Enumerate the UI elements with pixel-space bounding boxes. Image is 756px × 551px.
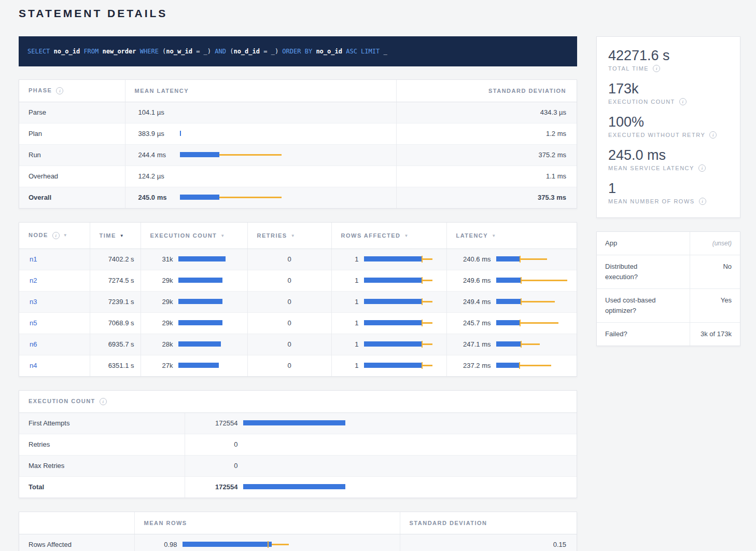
stat-mean-service-latency: 245.0 ms MEAN SERVICE LATENCYi — [608, 147, 729, 172]
node-row: n3 7239.1 s 29k 0 1 249.4 ms — [19, 291, 577, 312]
sort-arrow-icon[interactable]: ▼ — [404, 233, 409, 238]
std-dev-value: 1.1 ms — [396, 166, 577, 187]
mean-tick — [422, 277, 423, 284]
attribute-value: Yes — [690, 289, 740, 322]
rows-affected-header-row: MEAN ROWS STANDARD DEVIATION — [19, 512, 577, 534]
statement-attributes-panel: App (unset) Distributed execution? No Us… — [596, 231, 740, 346]
mean-tick — [268, 541, 269, 548]
node-latency-value: 245.7 ms — [457, 319, 491, 327]
page-title: STATEMENT DETAILS — [19, 7, 740, 20]
count-bar-chart — [243, 420, 573, 426]
info-icon[interactable]: i — [709, 131, 717, 139]
info-icon[interactable]: i — [56, 87, 63, 94]
main-column: SELECT no_o_id FROM new_order WHERE (no_… — [19, 36, 577, 551]
retries-column-header[interactable]: RETRIES▼ — [247, 223, 331, 249]
node-row: n5 7068.9 s 29k 0 1 245.7 ms — [19, 312, 577, 334]
node-link[interactable]: n2 — [30, 277, 37, 284]
sort-arrow-icon[interactable]: ▼ — [492, 233, 496, 238]
sort-arrow-icon[interactable]: ▼ — [291, 233, 296, 238]
node-link[interactable]: n1 — [30, 255, 37, 263]
node-statistics-table: NODEi▼ TIME▼ EXECUTION COUNT▼ RETRIES▼ R… — [19, 223, 577, 376]
latency-bar-chart — [496, 277, 573, 284]
mean-latency-value: 244.4 ms — [138, 151, 175, 159]
node-retries-value: 0 — [247, 312, 331, 334]
execution-count-column-header[interactable]: EXECUTION COUNT▼ — [141, 223, 247, 249]
mean-bar — [178, 341, 221, 347]
mean-bar — [364, 278, 422, 283]
node-column-header[interactable]: NODEi▼ — [19, 223, 90, 249]
phase-table: PHASEi MEAN LATENCY STANDARD DEVIATION P… — [19, 80, 577, 208]
node-header-row: NODEi▼ TIME▼ EXECUTION COUNT▼ RETRIES▼ R… — [19, 223, 577, 249]
sidebar: 42271.6 s TOTAL TIMEi 173k EXECUTION COU… — [596, 36, 740, 346]
node-link[interactable]: n4 — [30, 362, 37, 369]
node-rows-affected-value: 1 — [338, 319, 359, 327]
node-row: n1 7402.2 s 31k 0 1 240.6 ms — [19, 249, 577, 270]
time-header-label: TIME — [100, 232, 116, 239]
info-icon[interactable]: i — [679, 98, 687, 105]
phase-row-plan: Plan 383.9 µs 1.2 ms — [19, 123, 577, 144]
attribute-label: Distributed execution? — [597, 255, 690, 288]
mean-tick — [521, 341, 522, 348]
node-link[interactable]: n6 — [30, 340, 37, 348]
sort-arrow-icon[interactable]: ▼ — [63, 233, 68, 238]
execution-count-row: First Attempts 172554 — [19, 412, 577, 434]
phase-name: Overall — [19, 187, 125, 208]
execution-count-row-total: Total 172554 — [19, 476, 577, 498]
exec-count-bar-chart — [178, 320, 243, 326]
node-link[interactable]: n3 — [30, 298, 37, 306]
stat-execution-count: 173k EXECUTION COUNTi — [608, 80, 729, 105]
mean-bar — [364, 256, 422, 261]
node-time-value: 7274.5 s — [90, 270, 141, 291]
mean-tick — [520, 320, 521, 326]
latency-column-header[interactable]: LATENCY▼ — [446, 223, 577, 249]
mean-bar — [364, 341, 422, 347]
node-time-value: 7402.2 s — [90, 249, 141, 270]
execution-count-panel: EXECUTION COUNTi First Attempts 172554 R… — [19, 390, 577, 498]
stat-label: EXECUTED WITHOUT RETRY — [608, 132, 705, 138]
sql-statement: SELECT no_o_id FROM new_order WHERE (no_… — [27, 48, 387, 55]
mean-tick — [521, 277, 522, 284]
sort-arrow-icon[interactable]: ▼ — [120, 233, 124, 238]
stat-executed-without-retry: 100% EXECUTED WITHOUT RETRYi — [608, 114, 729, 139]
node-link[interactable]: n5 — [30, 319, 37, 327]
mean-bar — [496, 320, 520, 325]
execution-count-row: Retries 0 — [19, 434, 577, 455]
node-retries-value: 0 — [247, 291, 331, 312]
mean-bar — [180, 152, 219, 157]
node-time-value: 7068.9 s — [90, 312, 141, 334]
phase-name: Plan — [19, 123, 125, 144]
rows-affected-column-header[interactable]: ROWS AFFECTED▼ — [331, 223, 446, 249]
time-column-header[interactable]: TIME▼ — [90, 223, 141, 249]
info-icon[interactable]: i — [653, 65, 660, 72]
node-exec-count-value: 27k — [147, 362, 173, 369]
summary-stats-panel: 42271.6 s TOTAL TIMEi 173k EXECUTION COU… — [596, 36, 740, 218]
sort-arrow-icon[interactable]: ▼ — [220, 233, 225, 238]
node-rows-affected-value: 1 — [338, 362, 359, 369]
stat-label: MEAN NUMBER OF ROWS — [608, 198, 695, 204]
info-icon[interactable]: i — [52, 232, 60, 239]
execution-count-row-label: Retries — [19, 434, 185, 455]
std-dev-value: 1.2 ms — [396, 123, 577, 144]
phase-header-row: PHASEi MEAN LATENCY STANDARD DEVIATION — [19, 80, 577, 102]
attribute-value: 3k of 173k — [690, 323, 740, 346]
mean-bar — [364, 363, 422, 368]
info-icon[interactable]: i — [699, 198, 706, 205]
info-icon[interactable]: i — [698, 164, 706, 172]
mean-latency-value: 124.2 µs — [138, 172, 175, 180]
mean-latency-column-header: MEAN LATENCY — [135, 88, 189, 94]
std-dev-column-header: STANDARD DEVIATION — [488, 88, 566, 94]
mean-bar — [496, 299, 521, 304]
mean-bar — [496, 278, 521, 283]
latency-bar-chart — [180, 130, 388, 137]
attribute-value: (unset) — [690, 232, 740, 255]
execution-count-row-label: First Attempts — [19, 412, 185, 434]
attribute-label: Failed? — [597, 323, 690, 346]
latency-bar-chart — [496, 341, 573, 348]
exec-count-bar-chart — [178, 341, 243, 348]
latency-bar-chart — [496, 362, 573, 369]
stat-mean-number-of-rows: 1 MEAN NUMBER OF ROWSi — [608, 180, 729, 205]
exec-count-bar-chart — [178, 256, 243, 263]
info-icon[interactable]: i — [100, 398, 107, 405]
mean-bar — [178, 363, 219, 368]
node-exec-count-value: 28k — [147, 340, 173, 348]
